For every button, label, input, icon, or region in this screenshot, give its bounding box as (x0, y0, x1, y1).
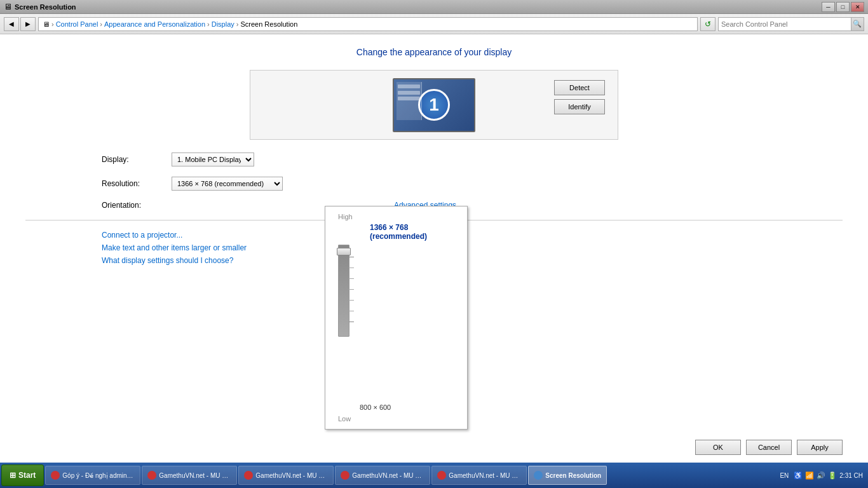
taskbar-label-5: Screen Resolution (545, 472, 601, 479)
search-box: 🔍 (718, 17, 864, 31)
tray-accessibility-icon: ♿ (794, 471, 803, 480)
nav-buttons: ◀ ▶ (4, 17, 36, 31)
apply-button[interactable]: Apply (797, 440, 843, 455)
tray-network-icon: 📶 (805, 471, 814, 480)
breadcrumb-display[interactable]: Display (212, 20, 234, 28)
bottom-buttons: OK Cancel Apply (695, 440, 843, 455)
monitor-sidebar (397, 82, 422, 120)
orientation-label: Orientation: (102, 201, 172, 210)
title-bar: 🖥 Screen Resolution ─ □ ✕ (0, 0, 868, 14)
resolution-dropdown: High 868 × 488 (recommended) 800 × 600 … (325, 206, 468, 430)
title-bar-title: Screen Resolution (15, 3, 822, 11)
display-settings-link[interactable]: What display settings should I choose? (102, 256, 843, 265)
breadcrumb-appearance[interactable]: Appearance and Personalization (104, 20, 205, 28)
res-low-label: Low (325, 414, 467, 424)
identify-button[interactable]: Identify (554, 99, 605, 114)
detect-identify-buttons: Detect Identify (554, 80, 605, 114)
taskbar-label-4: GamethuVN.net - MU Onl... (449, 472, 521, 479)
form-area: Display: 1. Mobile PC Display Resolution… (102, 152, 843, 210)
projector-link[interactable]: Connect to a projector... (102, 231, 843, 240)
forward-button[interactable]: ▶ (20, 17, 36, 31)
taskbar-label-0: Góp ý - Đề nghị admin fi... (62, 472, 135, 479)
taskbar-label-1: GamethuVN.net - MU Onl... (159, 472, 231, 479)
res-current-label: 868 × 488 (recommended) (325, 222, 467, 242)
resolution-label: Resolution: (102, 179, 172, 188)
search-button[interactable]: 🔍 (851, 18, 864, 30)
breadcrumb-icon: 🖥 (43, 20, 50, 28)
display-select[interactable]: 1. Mobile PC Display (172, 152, 254, 166)
back-button[interactable]: ◀ (4, 17, 19, 31)
text-size-link[interactable]: Make text and other items larger or smal… (102, 243, 843, 252)
title-bar-icon: 🖥 (4, 2, 12, 11)
monitor-number: 1 (418, 89, 450, 121)
search-input[interactable] (719, 20, 851, 28)
start-button[interactable]: ⊞ Start (1, 464, 44, 486)
breadcrumb: 🖥 › Control Panel › Appearance and Perso… (38, 17, 698, 31)
start-icon: ⊞ (10, 471, 16, 480)
display-preview-area: 1 Detect Identify (250, 70, 618, 140)
taskbar-item-3[interactable]: GamethuVN.net - MU Onl... (335, 466, 430, 485)
tray-time: 2:31 CH (839, 472, 863, 479)
taskbar-icon-3 (341, 471, 349, 480)
taskbar-item-1[interactable]: GamethuVN.net - MU Onl... (142, 466, 237, 485)
taskbar-item-5[interactable]: Screen Resolution (528, 466, 607, 485)
taskbar-item-2[interactable]: GamethuVN.net - MU Onl... (238, 466, 334, 485)
taskbar-icon-4 (437, 471, 446, 480)
taskbar: ⊞ Start Góp ý - Đề nghị admin fi... Game… (0, 463, 868, 488)
taskbar-icon-1 (147, 471, 156, 480)
detect-button[interactable]: Detect (554, 80, 605, 95)
taskbar-icon-2 (244, 471, 253, 480)
display-label: Display: (102, 155, 172, 164)
ok-button[interactable]: OK (695, 440, 741, 455)
taskbar-item-0[interactable]: Góp ý - Đề nghị admin fi... (45, 466, 140, 485)
taskbar-icon-5 (534, 471, 543, 480)
tray-sound-icon: 🔊 (817, 471, 825, 480)
resolution-select[interactable]: 868 × 488 (recommended) (172, 177, 283, 191)
page-title: Change the appearance of your display (25, 47, 843, 57)
close-button[interactable]: ✕ (851, 2, 864, 12)
taskbar-icon-0 (51, 471, 60, 480)
taskbar-label-3: GamethuVN.net - MU Onl... (352, 472, 424, 479)
res-slider-area: 800 × 600 (325, 242, 467, 414)
refresh-button[interactable]: ↺ (700, 17, 715, 31)
breadcrumb-screen-resolution: Screen Resolution (240, 20, 297, 28)
cancel-button[interactable]: Cancel (746, 440, 792, 455)
taskbar-label-2: GamethuVN.net - MU Onl... (255, 472, 328, 479)
breadcrumb-control-panel[interactable]: Control Panel (56, 20, 98, 28)
res-800-label: 800 × 600 (360, 403, 391, 411)
address-bar: ◀ ▶ 🖥 › Control Panel › Appearance and P… (0, 14, 868, 34)
title-bar-buttons: ─ □ ✕ (822, 2, 864, 12)
system-tray: EN ♿ 📶 🔊 🔋 2:31 CH (773, 471, 867, 480)
resolution-slider-track[interactable] (338, 245, 349, 337)
tray-battery-icon: 🔋 (828, 471, 837, 480)
display-row: Display: 1. Mobile PC Display (102, 152, 843, 166)
lang-indicator: EN (777, 472, 791, 479)
orientation-row: Orientation: Advanced settings (102, 201, 843, 210)
links-area: Connect to a projector... Make text and … (102, 231, 843, 265)
resolution-slider-handle[interactable] (337, 248, 351, 255)
taskbar-item-4[interactable]: GamethuVN.net - MU Onl... (431, 466, 527, 485)
res-high-label: High (325, 212, 467, 222)
main-content: Change the appearance of your display 1 … (0, 34, 868, 474)
monitor-image: 1 (393, 78, 475, 132)
start-label: Start (18, 471, 36, 480)
minimize-button[interactable]: ─ (822, 2, 835, 12)
resolution-row: Resolution: 868 × 488 (recommended) (102, 177, 843, 191)
maximize-button[interactable]: □ (836, 2, 850, 12)
